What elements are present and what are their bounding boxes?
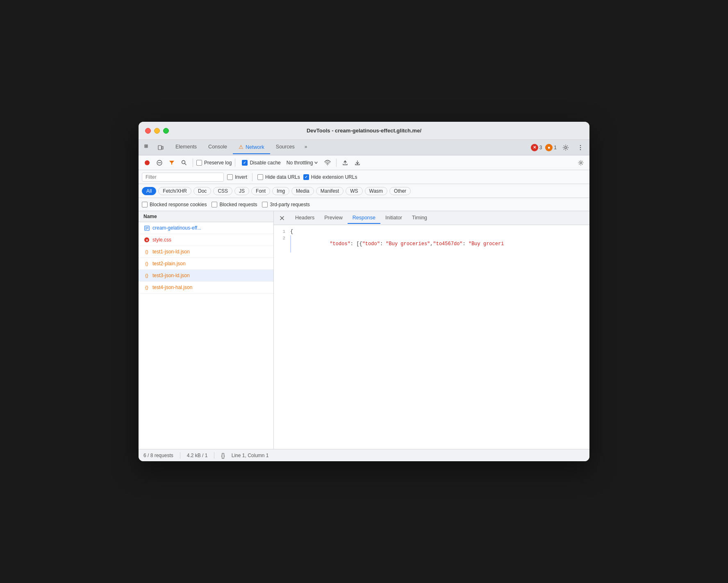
toolbar-separator-2 bbox=[235, 159, 235, 167]
chevron-down-icon bbox=[314, 161, 318, 165]
third-party-checkbox[interactable] bbox=[262, 202, 268, 207]
type-font-button[interactable]: Font bbox=[251, 187, 270, 195]
tab-network[interactable]: ⚠ Network bbox=[233, 141, 270, 154]
maximize-window-button[interactable] bbox=[163, 128, 169, 134]
filter-input[interactable] bbox=[142, 173, 224, 182]
type-ws-button[interactable]: WS bbox=[346, 187, 362, 195]
invert-checkbox[interactable] bbox=[227, 174, 233, 180]
blocked-requests-label[interactable]: Blocked requests bbox=[212, 202, 257, 207]
type-filters: All Fetch/XHR Doc CSS JS Font Img Media … bbox=[139, 184, 589, 198]
list-item[interactable]: {} test1-json-ld.json bbox=[139, 246, 273, 258]
response-panel: Headers Preview Response Initiator Timin… bbox=[274, 211, 589, 449]
type-css-button[interactable]: CSS bbox=[213, 187, 232, 195]
tab-sources[interactable]: Sources bbox=[270, 141, 300, 154]
network-toolbar: Preserve log Disable cache No throttling bbox=[139, 155, 589, 170]
preserve-log-label[interactable]: Preserve log bbox=[196, 160, 232, 166]
file-name: test2-plain.json bbox=[152, 261, 186, 266]
error-icon: ✕ bbox=[531, 144, 538, 151]
tab-elements[interactable]: Elements bbox=[170, 141, 202, 154]
inspect-icon-button[interactable] bbox=[142, 142, 153, 153]
devtools-window: DevTools - cream-gelatinous-effect.glitc… bbox=[139, 122, 589, 461]
toolbar-separator-3 bbox=[336, 159, 337, 167]
type-img-button[interactable]: Img bbox=[272, 187, 289, 195]
svg-rect-0 bbox=[145, 145, 146, 146]
hide-ext-label[interactable]: Hide extension URLs bbox=[303, 174, 357, 180]
json-icon: {} bbox=[143, 260, 150, 267]
tab-headers[interactable]: Headers bbox=[290, 212, 319, 224]
hide-data-label[interactable]: Hide data URLs bbox=[257, 174, 300, 180]
more-options-button[interactable] bbox=[575, 142, 586, 153]
list-item[interactable]: ✕ style.css bbox=[139, 234, 273, 246]
tab-response[interactable]: Response bbox=[348, 212, 380, 224]
svg-rect-2 bbox=[145, 146, 146, 148]
type-doc-button[interactable]: Doc bbox=[193, 187, 211, 195]
throttle-select[interactable]: No throttling bbox=[284, 159, 321, 166]
tab-initiator[interactable]: Initiator bbox=[380, 212, 407, 224]
type-all-button[interactable]: All bbox=[142, 187, 156, 195]
close-panel-button[interactable] bbox=[277, 213, 287, 223]
request-count: 6 / 8 requests bbox=[143, 453, 173, 458]
svg-text:{}: {} bbox=[145, 261, 148, 266]
code-text: "todos": [{"todo": "Buy groceries","to45… bbox=[294, 235, 504, 253]
type-wasm-button[interactable]: Wasm bbox=[365, 187, 388, 195]
file-name: test1-json-ld.json bbox=[152, 249, 190, 255]
tab-right-controls: ✕ 3 ■ 1 bbox=[531, 142, 586, 153]
list-item[interactable]: {} test3-json-ld.json bbox=[139, 270, 273, 282]
svg-rect-4 bbox=[158, 146, 162, 150]
blocked-cookies-checkbox[interactable] bbox=[142, 202, 148, 207]
hide-data-checkbox[interactable] bbox=[257, 174, 263, 180]
search-button[interactable] bbox=[179, 157, 189, 168]
preserve-log-checkbox[interactable] bbox=[196, 160, 202, 166]
blocked-requests-checkbox[interactable] bbox=[212, 202, 217, 207]
svg-rect-1 bbox=[146, 145, 148, 146]
wifi-icon-button[interactable] bbox=[322, 157, 333, 168]
window-title: DevTools - cream-gelatinous-effect.glitc… bbox=[307, 128, 421, 134]
more-tabs-button[interactable]: » bbox=[300, 141, 312, 154]
status-separator-1 bbox=[180, 452, 180, 459]
network-settings-button[interactable] bbox=[576, 157, 586, 168]
tab-timing[interactable]: Timing bbox=[407, 212, 432, 224]
type-js-button[interactable]: JS bbox=[234, 187, 249, 195]
toolbar-right bbox=[576, 157, 586, 168]
svg-point-8 bbox=[580, 147, 581, 148]
wifi-icon bbox=[324, 160, 331, 166]
tab-console[interactable]: Console bbox=[202, 141, 233, 154]
stop-recording-button[interactable] bbox=[142, 157, 152, 168]
format-icon[interactable]: {} bbox=[221, 452, 225, 459]
toolbar-separator-1 bbox=[193, 159, 193, 167]
type-fetch-xhr-button[interactable]: Fetch/XHR bbox=[158, 187, 191, 195]
line-indent bbox=[290, 235, 292, 253]
type-manifest-button[interactable]: Manifest bbox=[316, 187, 344, 195]
doc-icon bbox=[143, 225, 150, 231]
clear-button[interactable] bbox=[154, 157, 165, 168]
disable-cache-checkbox[interactable] bbox=[242, 160, 248, 166]
disable-cache-label[interactable]: Disable cache bbox=[242, 160, 280, 166]
svg-rect-3 bbox=[146, 146, 148, 148]
third-party-label[interactable]: 3rd-party requests bbox=[262, 202, 309, 207]
blocked-cookies-label[interactable]: Blocked response cookies bbox=[142, 202, 207, 207]
minimize-window-button[interactable] bbox=[154, 128, 160, 134]
import-button[interactable] bbox=[340, 157, 350, 168]
svg-point-10 bbox=[145, 160, 150, 165]
svg-point-15 bbox=[327, 164, 328, 165]
upload-icon bbox=[342, 160, 348, 166]
device-icon bbox=[157, 144, 164, 151]
title-bar: DevTools - cream-gelatinous-effect.glitc… bbox=[139, 122, 589, 140]
main-tabs: Elements Console ⚠ Network Sources » bbox=[170, 141, 531, 154]
invert-label[interactable]: Invert bbox=[227, 174, 247, 180]
close-window-button[interactable] bbox=[145, 128, 151, 134]
more-dots-icon bbox=[577, 144, 584, 151]
file-name: test3-json-ld.json bbox=[152, 273, 190, 278]
list-item[interactable]: {} test4-json-hal.json bbox=[139, 282, 273, 294]
export-button[interactable] bbox=[352, 157, 363, 168]
filter-button[interactable] bbox=[166, 157, 177, 168]
line-number: 2 bbox=[274, 236, 290, 241]
tab-preview[interactable]: Preview bbox=[319, 212, 347, 224]
hide-ext-checkbox[interactable] bbox=[303, 174, 309, 180]
list-item[interactable]: cream-gelatinous-eff... bbox=[139, 222, 273, 234]
type-media-button[interactable]: Media bbox=[291, 187, 314, 195]
device-icon-button[interactable] bbox=[155, 142, 166, 153]
settings-button[interactable] bbox=[560, 142, 571, 153]
list-item[interactable]: {} test2-plain.json bbox=[139, 258, 273, 270]
type-other-button[interactable]: Other bbox=[389, 187, 411, 195]
